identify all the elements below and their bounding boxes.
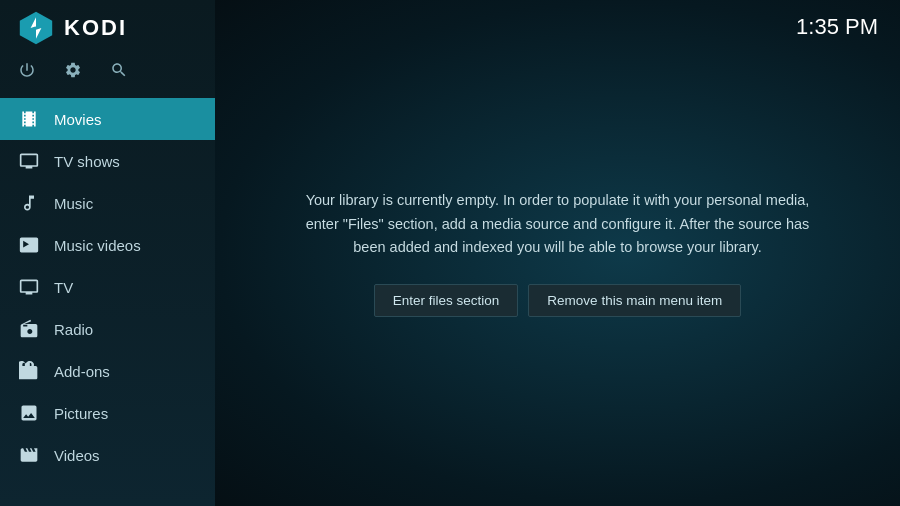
sidebar-item-radio-label: Radio [54, 321, 93, 338]
action-buttons: Enter files section Remove this main men… [298, 284, 818, 317]
search-icon[interactable] [110, 61, 128, 84]
remove-menu-item-button[interactable]: Remove this main menu item [528, 284, 741, 317]
content-box: Your library is currently empty. In orde… [278, 169, 838, 338]
sidebar-item-pictures[interactable]: Pictures [0, 392, 215, 434]
logo-area: KODI [0, 0, 215, 55]
sidebar-item-movies[interactable]: Movies [0, 98, 215, 140]
kodi-logo-icon [18, 10, 54, 46]
sidebar-item-tv-shows-label: TV shows [54, 153, 120, 170]
sidebar-item-music-videos[interactable]: Music videos [0, 224, 215, 266]
sidebar-item-add-ons[interactable]: Add-ons [0, 350, 215, 392]
sidebar-item-tv-label: TV [54, 279, 73, 296]
movies-icon [18, 108, 40, 130]
power-icon[interactable] [18, 61, 36, 84]
enter-files-button[interactable]: Enter files section [374, 284, 519, 317]
settings-icon[interactable] [64, 61, 82, 84]
add-ons-icon [18, 360, 40, 382]
sidebar-item-radio[interactable]: Radio [0, 308, 215, 350]
sidebar-item-add-ons-label: Add-ons [54, 363, 110, 380]
sidebar-item-music-videos-label: Music videos [54, 237, 141, 254]
pictures-icon [18, 402, 40, 424]
icon-bar [0, 55, 215, 98]
sidebar-item-videos[interactable]: Videos [0, 434, 215, 476]
main-content: 1:35 PM Your library is currently empty.… [215, 0, 900, 506]
sidebar-item-movies-label: Movies [54, 111, 102, 128]
empty-library-message: Your library is currently empty. In orde… [298, 189, 818, 261]
sidebar-item-music-label: Music [54, 195, 93, 212]
app-title: KODI [64, 15, 127, 41]
music-icon [18, 192, 40, 214]
sidebar-item-pictures-label: Pictures [54, 405, 108, 422]
sidebar-item-tv-shows[interactable]: TV shows [0, 140, 215, 182]
sidebar-item-videos-label: Videos [54, 447, 100, 464]
sidebar-item-music[interactable]: Music [0, 182, 215, 224]
videos-icon [18, 444, 40, 466]
music-videos-icon [18, 234, 40, 256]
main-nav: Movies TV shows Music Music videos [0, 98, 215, 506]
sidebar-item-tv[interactable]: TV [0, 266, 215, 308]
clock: 1:35 PM [796, 14, 878, 40]
sidebar: KODI Movies [0, 0, 215, 506]
svg-marker-0 [20, 11, 52, 43]
tv-icon [18, 276, 40, 298]
tv-shows-icon [18, 150, 40, 172]
radio-icon [18, 318, 40, 340]
